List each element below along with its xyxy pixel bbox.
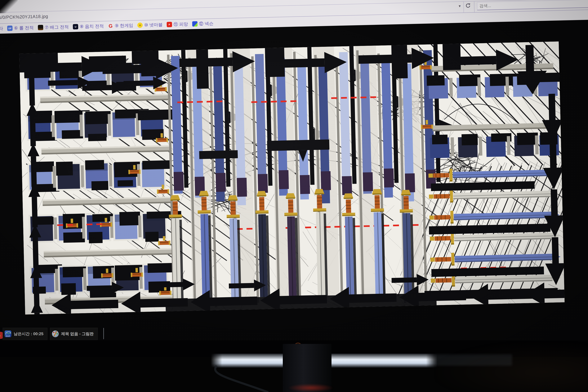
taskbar-button-label: 제목 없음 - 그림판 bbox=[61, 331, 94, 336]
opgg-icon: OP bbox=[7, 26, 12, 31]
hangame-icon: G bbox=[108, 23, 113, 29]
bookmark-item[interactable]: 인스타 bbox=[0, 26, 3, 32]
room-wall bbox=[436, 342, 588, 392]
bookmark-item[interactable]: U⑧ 옵치 전적 bbox=[71, 23, 104, 30]
taskbar-button-timer[interactable]: mult 남은시간 : 00:25 bbox=[3, 328, 48, 340]
bookmark-label: ⑪ 피망 bbox=[174, 21, 188, 28]
search-input[interactable] bbox=[477, 0, 582, 10]
bookmark-item[interactable]: P⑪ 피망 bbox=[164, 21, 188, 28]
chevron-down-icon[interactable]: ▾ bbox=[459, 4, 461, 8]
nexon-icon bbox=[192, 21, 198, 27]
toolbar-divider bbox=[463, 2, 464, 12]
bookmarks-bar: 인스타OP⑥ 롤 전적⑦ 배그 전적U⑧ 옵치 전적G⑨ 한게임ʘ⑩ 넷마블P⑪… bbox=[0, 14, 479, 32]
bookmark-item[interactable]: ʘ⑩ 넷마블 bbox=[135, 22, 163, 28]
artwork-image[interactable] bbox=[19, 42, 564, 314]
stand-base-glow bbox=[288, 384, 334, 392]
paint-palette-icon bbox=[52, 330, 59, 337]
bookmark-item[interactable]: ⑫ 넥슨 bbox=[190, 20, 214, 27]
mult-timer-icon: mult bbox=[4, 330, 11, 337]
overwatch-icon: U bbox=[73, 24, 78, 30]
bookmark-item[interactable]: OP⑥ 롤 전적 bbox=[5, 25, 34, 32]
bookmark-label: ⑥ 롤 전적 bbox=[14, 25, 34, 31]
taskbar-button-label: 남은시간 : 00:25 bbox=[14, 331, 44, 336]
pubg-icon bbox=[38, 25, 43, 30]
toolbar-divider bbox=[474, 1, 474, 12]
browser-chrome: otos/0/PCK%20YJ1A18.jpg ▾ 인스타OP⑥ 롤 전적⑦ 배… bbox=[0, 0, 588, 34]
monitor-photo: otos/0/PCK%20YJ1A18.jpg ▾ 인스타OP⑥ 롤 전적⑦ 배… bbox=[0, 0, 588, 392]
bookmark-label: ⑨ 한게임 bbox=[115, 22, 133, 29]
netmarble-icon: ʘ bbox=[137, 22, 143, 28]
bookmark-item[interactable]: G⑨ 한게임 bbox=[106, 22, 133, 29]
bookmark-item[interactable]: ⑦ 배그 전적 bbox=[36, 24, 69, 31]
taskbar-highlight-sliver bbox=[103, 328, 104, 339]
photo-corner-shadow bbox=[0, 0, 18, 13]
taskbar: mult 남은시간 : 00:25 제목 없음 - 그림판 bbox=[0, 327, 588, 340]
bookmark-label: ⑦ 배그 전적 bbox=[44, 24, 69, 30]
bookmark-label: 인스타 bbox=[0, 26, 3, 32]
bookmark-label: ⑧ 옵치 전적 bbox=[80, 23, 104, 30]
pmang-icon: P bbox=[167, 22, 172, 27]
monitor-screen: otos/0/PCK%20YJ1A18.jpg ▾ 인스타OP⑥ 롤 전적⑦ 배… bbox=[0, 0, 588, 344]
reload-icon[interactable] bbox=[465, 3, 471, 9]
address-bar[interactable]: otos/0/PCK%20YJ1A18.jpg bbox=[0, 14, 48, 20]
power-cable bbox=[206, 364, 286, 392]
taskbar-button-paint[interactable]: 제목 없음 - 그림판 bbox=[50, 328, 98, 340]
bookmark-label: ⑩ 넷마블 bbox=[144, 22, 163, 28]
search-box[interactable] bbox=[477, 0, 588, 10]
bookmark-label: ⑫ 넥슨 bbox=[199, 20, 214, 27]
